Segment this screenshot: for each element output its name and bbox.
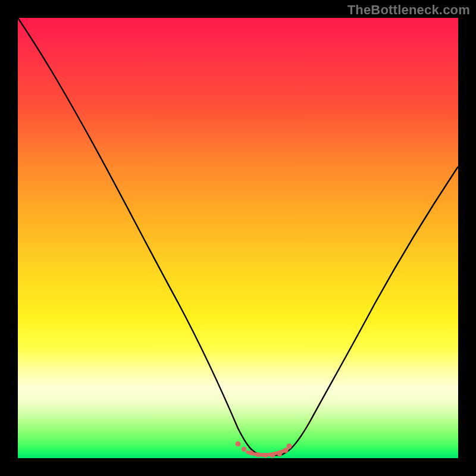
watermark-text: TheBottleneck.com [347,2,470,18]
curve-svg [18,18,458,458]
chart-frame: TheBottleneck.com [0,0,476,476]
svg-point-0 [236,441,241,447]
trough-marker-group [236,441,292,458]
svg-point-8 [287,444,292,449]
svg-point-1 [242,447,246,452]
bottleneck-curve-path [18,18,458,455]
plot-area [18,18,458,458]
